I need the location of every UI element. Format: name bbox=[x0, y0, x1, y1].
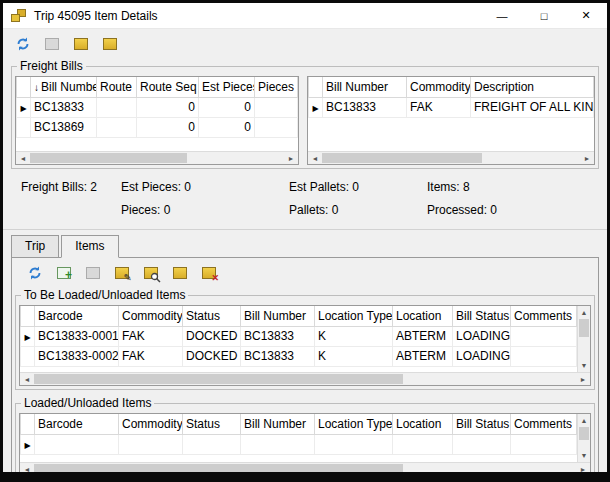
scroll-down-icon[interactable]: ▼ bbox=[578, 449, 590, 462]
horizontal-scrollbar[interactable]: ◄ ► bbox=[20, 372, 590, 385]
scroll-thumb[interactable] bbox=[579, 319, 589, 337]
freight-bills-summary: Freight Bills: 2 Est Pieces: 0 Est Palle… bbox=[3, 169, 607, 227]
trip-item-details-window: Trip 45095 Item Details — □ ✕ Freight Bi… bbox=[0, 0, 610, 482]
main-toolbar bbox=[3, 29, 607, 59]
column-header-commodity[interactable]: Commodity bbox=[119, 414, 183, 434]
scroll-up-icon[interactable]: ▲ bbox=[578, 306, 590, 319]
magnifier-icon bbox=[150, 272, 161, 283]
row-indicator-icon: ▶ bbox=[20, 104, 26, 113]
scroll-left-icon[interactable]: ◄ bbox=[20, 373, 34, 385]
indicator-header bbox=[17, 77, 31, 97]
column-header-bill-number[interactable]: Bill Number bbox=[241, 306, 315, 326]
to-be-loaded-grid: Barcode Commodity Status Bill Number Loc… bbox=[20, 306, 577, 367]
column-header-barcode[interactable]: Barcode bbox=[35, 306, 119, 326]
summary-est-pieces: Est Pieces: 0 bbox=[121, 180, 289, 194]
app-icon bbox=[11, 8, 28, 24]
column-header-comments[interactable]: Comments bbox=[511, 306, 577, 326]
summary-items: Items: 8 bbox=[427, 180, 607, 194]
table-row[interactable]: ▶ bbox=[21, 434, 577, 454]
column-header-route[interactable]: Route bbox=[97, 77, 137, 97]
table-row[interactable]: ▶ BC13833 0 0 bbox=[17, 97, 298, 117]
load-items-icon[interactable] bbox=[71, 34, 91, 54]
column-header-route-seq[interactable]: Route Seq bbox=[137, 77, 199, 97]
minimize-button[interactable]: — bbox=[481, 3, 523, 28]
scroll-left-icon[interactable]: ◄ bbox=[20, 463, 34, 475]
horizontal-scrollbar[interactable]: ◄ ► bbox=[20, 462, 590, 475]
scroll-right-icon[interactable]: ► bbox=[576, 463, 590, 475]
column-header-location-type[interactable]: Location Type bbox=[315, 306, 393, 326]
scroll-right-icon[interactable]: ► bbox=[284, 152, 298, 164]
column-header-barcode[interactable]: Barcode bbox=[35, 414, 119, 434]
find-item-icon[interactable] bbox=[141, 263, 161, 283]
unload-items-icon[interactable] bbox=[100, 34, 120, 54]
row-indicator-icon: ▶ bbox=[24, 333, 30, 342]
delete-item-icon[interactable]: ✕ bbox=[199, 263, 219, 283]
loaded-group: Loaded/Unloaded Items Barcode Commodity bbox=[15, 396, 595, 480]
scroll-left-icon[interactable]: ◄ bbox=[16, 152, 30, 164]
column-header-location[interactable]: Location bbox=[393, 306, 453, 326]
freight-bill-detail-panel: Bill Number Commodity Description ▶ BC13… bbox=[307, 76, 595, 165]
column-header-status[interactable]: Status bbox=[183, 306, 241, 326]
to-be-loaded-grid-panel: Barcode Commodity Status Bill Number Loc… bbox=[19, 305, 591, 386]
column-header-bill-status[interactable]: Bill Status bbox=[453, 306, 511, 326]
loaded-grid: Barcode Commodity Status Bill Number Loc… bbox=[20, 414, 577, 455]
scroll-thumb[interactable] bbox=[34, 464, 403, 474]
column-header-status[interactable]: Status bbox=[183, 414, 241, 434]
items-tab-page: + ✎ ✕ To Be Loaded/Unloaded Items bbox=[11, 257, 599, 482]
freight-bills-label: Freight Bills bbox=[17, 59, 86, 73]
tab-trip[interactable]: Trip bbox=[11, 235, 59, 258]
column-header-pieces[interactable]: Pieces bbox=[255, 77, 298, 97]
vertical-scrollbar[interactable]: ▲ ▼ bbox=[577, 414, 590, 462]
column-header-location-type[interactable]: Location Type bbox=[315, 414, 393, 434]
summary-pieces: Pieces: 0 bbox=[121, 203, 289, 217]
tab-items[interactable]: Items bbox=[61, 235, 118, 258]
column-header-description[interactable]: Description bbox=[471, 77, 594, 97]
summary-pallets: Pallets: 0 bbox=[289, 203, 427, 217]
vertical-scrollbar[interactable]: ▲ ▼ bbox=[577, 306, 590, 372]
tab-strip: Trip Items bbox=[3, 230, 607, 258]
add-item-icon[interactable]: + bbox=[54, 263, 74, 283]
scroll-down-icon[interactable]: ▼ bbox=[578, 359, 590, 372]
refresh-icon[interactable] bbox=[13, 34, 33, 54]
column-header-commodity[interactable]: Commodity bbox=[407, 77, 471, 97]
window-title: Trip 45095 Item Details bbox=[34, 9, 158, 23]
to-be-loaded-label: To Be Loaded/Unloaded Items bbox=[21, 288, 188, 302]
column-header-est-pieces[interactable]: Est Pieces bbox=[199, 77, 255, 97]
loaded-label: Loaded/Unloaded Items bbox=[21, 396, 154, 410]
load-item-icon[interactable] bbox=[170, 263, 190, 283]
column-header-bill-number[interactable]: ↓Bill Number bbox=[31, 77, 97, 97]
column-header-bill-number[interactable]: Bill Number bbox=[241, 414, 315, 434]
scroll-right-icon[interactable]: ► bbox=[576, 373, 590, 385]
scroll-thumb[interactable] bbox=[30, 153, 187, 163]
column-header-comments[interactable]: Comments bbox=[511, 414, 577, 434]
table-row[interactable]: ▶ BC13833-0001 FAK DOCKED BC13833 K ABTE… bbox=[21, 326, 577, 346]
indicator-header bbox=[21, 306, 35, 326]
horizontal-scrollbar[interactable]: ◄ ► bbox=[16, 151, 298, 164]
indicator-header bbox=[309, 77, 323, 97]
refresh-icon[interactable] bbox=[25, 263, 45, 283]
to-be-loaded-group: To Be Loaded/Unloaded Items Barcode Comm… bbox=[15, 288, 595, 390]
table-row[interactable]: BC13833-0002 FAK DOCKED BC13833 K ABTERM… bbox=[21, 346, 577, 366]
table-row[interactable]: BC13869 0 0 bbox=[17, 117, 298, 137]
scroll-left-icon[interactable]: ◄ bbox=[308, 152, 322, 164]
column-header-location[interactable]: Location bbox=[393, 414, 453, 434]
horizontal-scrollbar[interactable]: ◄ ► bbox=[308, 151, 594, 164]
scroll-thumb[interactable] bbox=[34, 374, 403, 384]
row-indicator-icon: ▶ bbox=[312, 104, 318, 113]
freight-bills-group: Freight Bills ↓Bill Number Route Route S… bbox=[11, 59, 599, 169]
edit-item-icon[interactable]: ✎ bbox=[112, 263, 132, 283]
scroll-thumb[interactable] bbox=[322, 153, 482, 163]
row-indicator-icon: ▶ bbox=[24, 441, 30, 450]
close-button[interactable]: ✕ bbox=[565, 3, 607, 28]
scroll-thumb[interactable] bbox=[579, 427, 589, 440]
summary-processed: Processed: 0 bbox=[427, 203, 607, 217]
maximize-button[interactable]: □ bbox=[523, 3, 565, 28]
column-header-commodity[interactable]: Commodity bbox=[119, 306, 183, 326]
indicator-header bbox=[21, 414, 35, 434]
table-row[interactable]: ▶ BC13833 FAK FREIGHT OF ALL KINDS bbox=[309, 97, 594, 117]
column-header-bill-number[interactable]: Bill Number bbox=[323, 77, 407, 97]
column-header-bill-status[interactable]: Bill Status bbox=[453, 414, 511, 434]
items-toolbar: + ✎ ✕ bbox=[15, 258, 595, 288]
scroll-right-icon[interactable]: ► bbox=[580, 152, 594, 164]
scroll-up-icon[interactable]: ▲ bbox=[578, 414, 590, 427]
